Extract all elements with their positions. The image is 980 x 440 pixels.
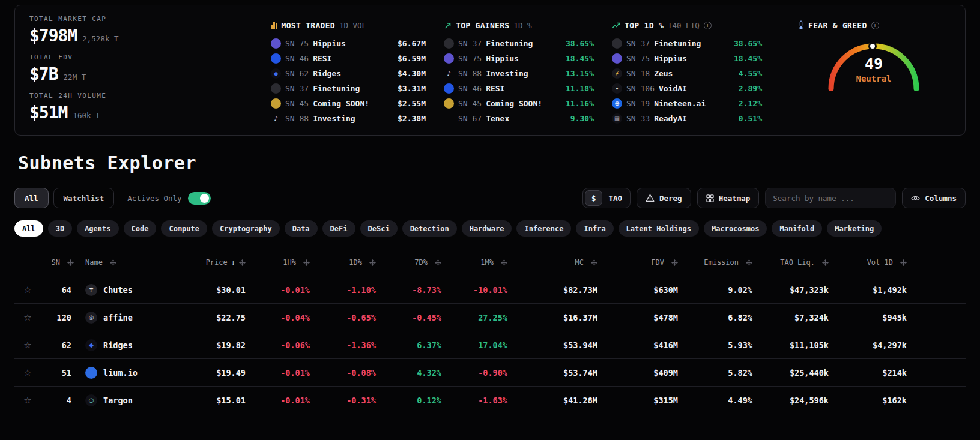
- leaderboard-item[interactable]: SN 37 Finetuning 38.65%: [444, 36, 594, 51]
- column-header[interactable]: 1D%: [316, 249, 382, 276]
- star-cell[interactable]: [14, 387, 41, 414]
- leaderboard-item[interactable]: ⊕ SN 19 Nineteen.ai 2.12%: [612, 96, 762, 111]
- column-header[interactable]: Emission: [684, 249, 758, 276]
- leaderboard-item[interactable]: ♪ SN 88 Investing 13.15%: [444, 66, 594, 81]
- column-header[interactable]: FDV: [603, 249, 684, 276]
- leaderboard-item[interactable]: SN 37 Finetuning $3.31M: [271, 81, 426, 96]
- leaderboard-item[interactable]: SN 75 Hippius 18.45%: [444, 51, 594, 66]
- category-chip[interactable]: Agents: [77, 220, 118, 237]
- category-chip[interactable]: Inference: [516, 220, 571, 237]
- heatmap-button[interactable]: Heatmap: [697, 188, 760, 208]
- actives-only-toggle[interactable]: [188, 192, 211, 205]
- column-header[interactable]: Name: [80, 249, 180, 276]
- star-icon[interactable]: [23, 285, 31, 295]
- category-chip[interactable]: Infra: [576, 220, 613, 237]
- category-chip[interactable]: Cryptography: [212, 220, 280, 237]
- star-cell[interactable]: [14, 359, 41, 386]
- move-column-icon[interactable]: [900, 259, 907, 266]
- emission-cell: 6.82%: [684, 304, 758, 331]
- leaderboard-item[interactable]: ◆ SN 62 Ridges $4.30M: [271, 66, 426, 81]
- price-cell: $19.49: [180, 359, 252, 386]
- trend-up-icon: [612, 22, 620, 29]
- name-cell: ☂ Chutes: [80, 276, 180, 303]
- leaderboard-item[interactable]: ▦ SN 33 ReadyAI 0.51%: [612, 111, 762, 126]
- table-row[interactable]: 64 ☂ Chutes $30.01 -0.01% -1.10% -8.73% …: [14, 276, 966, 304]
- category-chip[interactable]: DeFi: [322, 220, 355, 237]
- search-input[interactable]: [765, 188, 896, 208]
- table-row[interactable]: 51 lium.io $19.49 -0.01% -0.08% 4.32% -0…: [14, 359, 966, 387]
- column-header[interactable]: TAO Liq.: [758, 249, 835, 276]
- fear-greed-label: Neutral: [823, 74, 925, 83]
- emission-cell: 5.82%: [684, 359, 758, 386]
- category-chip[interactable]: Macrocosmos: [704, 220, 767, 237]
- move-column-icon[interactable]: [369, 259, 376, 266]
- move-column-icon[interactable]: [822, 259, 829, 266]
- change-1h-cell: -0.04%: [252, 304, 316, 331]
- table-row[interactable]: 120 ◎ affine $22.75 -0.04% -0.65% -0.45%…: [14, 304, 966, 331]
- columns-button[interactable]: Columns: [902, 188, 966, 208]
- category-chip[interactable]: Latent Holdings: [619, 220, 699, 237]
- move-column-icon[interactable]: [591, 259, 597, 266]
- move-column-icon[interactable]: [239, 259, 246, 266]
- table-row[interactable]: 62 ◆ Ridges $19.82 -0.06% -1.36% 6.37% 1…: [14, 331, 966, 359]
- subnet-value: 2.12%: [739, 99, 762, 108]
- change-1d-cell: -0.31%: [316, 387, 382, 414]
- leaderboard-item[interactable]: SN 45 Coming SOON! $2.55M: [271, 96, 426, 111]
- category-chip[interactable]: DeSci: [360, 220, 398, 237]
- star-cell[interactable]: [14, 276, 41, 303]
- category-chip[interactable]: Manifold: [772, 220, 822, 237]
- star-icon[interactable]: [23, 395, 31, 406]
- category-chip[interactable]: All: [14, 220, 43, 237]
- leaderboard-item[interactable]: ⚡ SN 18 Zeus 4.55%: [612, 66, 762, 81]
- move-column-icon[interactable]: [746, 259, 752, 266]
- table-row[interactable]: 4 ○ Targon $15.01 -0.01% -0.31% 0.12% -1…: [14, 387, 966, 414]
- info-icon[interactable]: [704, 22, 712, 29]
- leaderboard-item[interactable]: SN 45 Coming SOON! 11.16%: [444, 96, 594, 111]
- leaderboard-item[interactable]: ∙ SN 106 VoidAI 2.89%: [612, 81, 762, 96]
- category-chip[interactable]: Data: [285, 220, 318, 237]
- column-header[interactable]: MC: [513, 249, 603, 276]
- column-header[interactable]: Price ↓: [180, 249, 252, 276]
- subnet-icon-glyph: ☂: [89, 287, 94, 293]
- view-tab[interactable]: All: [14, 188, 49, 208]
- fdv-cell: $478M: [603, 304, 684, 331]
- view-tab[interactable]: Watchlist: [53, 188, 115, 208]
- category-chip[interactable]: Compute: [161, 220, 207, 237]
- category-chip[interactable]: Hardware: [462, 220, 512, 237]
- star-icon[interactable]: [23, 340, 31, 351]
- move-column-icon[interactable]: [671, 259, 678, 266]
- stat-sub-value: 22M Τ: [64, 73, 86, 82]
- move-column-icon[interactable]: [435, 259, 441, 266]
- move-column-icon[interactable]: [501, 259, 507, 266]
- category-chip[interactable]: Detection: [402, 220, 457, 237]
- category-chip[interactable]: Code: [124, 220, 157, 237]
- move-column-icon[interactable]: [303, 259, 310, 266]
- category-chip[interactable]: 3D: [48, 220, 72, 237]
- move-column-icon[interactable]: [110, 259, 116, 266]
- column-header[interactable]: 1M%: [447, 249, 513, 276]
- column-header[interactable]: 7D%: [382, 249, 447, 276]
- leaderboard-item[interactable]: SN 75 Hippius 18.45%: [612, 51, 762, 66]
- change-1m-cell: -0.90%: [447, 359, 513, 386]
- column-header[interactable]: 1H%: [252, 249, 316, 276]
- dereg-button[interactable]: Dereg: [637, 188, 691, 208]
- leaderboard-item[interactable]: SN 46 RESI $6.59M: [271, 51, 426, 66]
- star-icon[interactable]: [23, 367, 31, 378]
- info-icon[interactable]: [871, 22, 879, 29]
- currency-option[interactable]: $: [585, 190, 603, 206]
- leaderboard-item[interactable]: SN 37 Finetuning 38.65%: [612, 36, 762, 51]
- leaderboard-item[interactable]: SN 46 RESI 11.18%: [444, 81, 594, 96]
- star-icon[interactable]: [23, 312, 31, 323]
- category-chip[interactable]: Marketing: [827, 220, 882, 237]
- column-header[interactable]: Vol 1D: [835, 249, 913, 276]
- star-cell[interactable]: [14, 331, 41, 358]
- currency-option[interactable]: TAO: [602, 190, 628, 206]
- tao-liq-cell: $11,105k: [758, 331, 835, 358]
- column-header[interactable]: SN: [41, 249, 80, 276]
- leaderboard-item[interactable]: ♪ SN 88 Investing $2.38M: [271, 111, 426, 126]
- fdv-cell: $630M: [603, 276, 684, 303]
- leaderboard-item[interactable]: SN 67 Tenex 9.30%: [444, 111, 594, 126]
- star-cell[interactable]: [14, 304, 41, 331]
- move-column-icon[interactable]: [67, 259, 74, 266]
- leaderboard-item[interactable]: SN 75 Hippius $6.67M: [271, 36, 426, 51]
